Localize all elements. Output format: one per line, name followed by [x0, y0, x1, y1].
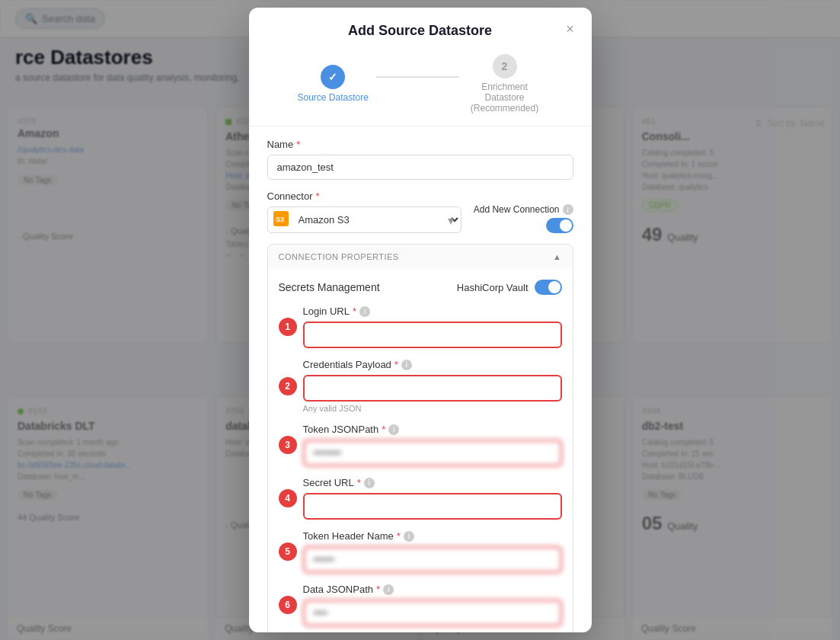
required-indicator: *	[397, 530, 401, 542]
add-new-info-icon[interactable]: i	[563, 204, 573, 215]
step-1: ✓ Source Datastore	[298, 65, 369, 103]
field-number-4: 4	[279, 489, 297, 507]
name-label: Name *	[267, 139, 573, 150]
field-1-content: Login URL * i	[303, 306, 562, 348]
field-credentials-payload: 2 Credentials Payload * i Any valid JSON	[279, 359, 562, 413]
step-connector	[376, 76, 459, 78]
modal-title: Add Source Datastore	[267, 23, 573, 39]
field-secret-url: 4 Secret URL * i	[279, 477, 562, 520]
credentials-hint: Any valid JSON	[303, 404, 562, 413]
modal-overlay: Add Source Datastore × ✓ Source Datastor…	[0, 0, 840, 640]
secret-url-label: Secret URL * i	[303, 477, 562, 488]
field-6-content: Data JSONPath * i	[303, 584, 562, 626]
field-4-content: Secret URL * i	[303, 477, 562, 520]
field-number-3: 3	[279, 436, 297, 454]
required-indicator: *	[357, 477, 361, 488]
step-2-label: Enrichment Datastore(Recommended)	[467, 82, 543, 114]
add-new-label: Add New Connection i	[474, 204, 573, 215]
add-new-connection-section: Add New Connection i	[474, 190, 573, 233]
required-indicator: *	[353, 306, 356, 317]
data-jsonpath-input[interactable]	[303, 600, 562, 626]
field-login-url: 1 Login URL * i	[279, 306, 562, 348]
credentials-info-icon[interactable]: i	[401, 360, 412, 370]
connector-section: Connector * Amazon S3 S3	[267, 190, 462, 233]
connection-properties-header[interactable]: Connection Properties ▲	[268, 245, 573, 269]
required-indicator: *	[394, 359, 398, 370]
required-indicator: *	[382, 424, 385, 435]
add-new-connection-toggle[interactable]	[546, 218, 573, 233]
field-token-jsonpath: 3 Token JSONPath * i	[279, 424, 562, 466]
connection-properties-label: Connection Properties	[279, 252, 399, 261]
field-token-header-name: 5 Token Header Name * i	[279, 530, 562, 573]
required-indicator: *	[296, 139, 300, 150]
token-jsonpath-info-icon[interactable]: i	[388, 424, 399, 435]
step-2-circle: 2	[493, 54, 517, 78]
connection-properties: Connection Properties ▲ Secrets Manageme…	[267, 244, 573, 632]
field-number-1: 1	[279, 318, 297, 336]
field-number-6: 6	[279, 596, 297, 614]
secrets-management-header: Secrets Management HashiCorp Vault	[279, 280, 562, 295]
secret-url-info-icon[interactable]: i	[364, 478, 375, 488]
credentials-payload-label: Credentials Payload * i	[303, 359, 562, 370]
secret-url-input[interactable]	[303, 493, 562, 520]
step-1-circle: ✓	[321, 65, 345, 89]
login-url-input[interactable]	[303, 322, 562, 348]
required-indicator: *	[315, 190, 319, 202]
collapse-icon: ▲	[553, 252, 561, 261]
data-jsonpath-label: Data JSONPath * i	[303, 584, 562, 595]
credentials-payload-input[interactable]	[303, 375, 562, 402]
modal-body: Name * Connector * Amazon S3	[249, 126, 592, 632]
token-jsonpath-label: Token JSONPath * i	[303, 424, 562, 435]
field-2-content: Credentials Payload * i Any valid JSON	[303, 359, 562, 413]
token-header-info-icon[interactable]: i	[404, 531, 414, 542]
token-header-name-input[interactable]	[303, 546, 562, 573]
name-field-group: Name *	[267, 139, 573, 180]
field-3-content: Token JSONPath * i	[303, 424, 562, 466]
close-button[interactable]: ×	[561, 20, 580, 38]
step-1-label: Source Datastore	[298, 92, 369, 103]
required-indicator: *	[376, 584, 380, 595]
modal-add-source-datastore: Add Source Datastore × ✓ Source Datastor…	[249, 8, 592, 632]
login-url-info-icon[interactable]: i	[359, 306, 370, 317]
modal-header: Add Source Datastore × ✓ Source Datastor…	[249, 8, 592, 126]
connector-row: Connector * Amazon S3 S3	[267, 190, 573, 233]
connector-label: Connector *	[267, 190, 462, 202]
field-number-5: 5	[279, 542, 297, 561]
token-jsonpath-input[interactable]	[303, 440, 562, 466]
connector-select-wrapper: Amazon S3 S3	[267, 206, 462, 233]
steps-indicator: ✓ Source Datastore 2 Enrichment Datastor…	[267, 54, 573, 114]
data-jsonpath-info-icon[interactable]: i	[383, 584, 394, 595]
secrets-management-title: Secrets Management	[279, 281, 380, 293]
hashicorp-vault-label: HashiCorp Vault	[457, 282, 529, 293]
hashicorp-vault-row: HashiCorp Vault	[457, 280, 562, 295]
connection-properties-body: Secrets Management HashiCorp Vault 1 Log…	[268, 269, 573, 632]
login-url-label: Login URL * i	[303, 306, 562, 317]
field-number-2: 2	[279, 377, 297, 395]
step-2: 2 Enrichment Datastore(Recommended)	[467, 54, 543, 114]
field-data-jsonpath: 6 Data JSONPath * i	[279, 584, 562, 626]
connector-select[interactable]: Amazon S3	[267, 206, 462, 233]
hashicorp-vault-toggle[interactable]	[535, 280, 562, 295]
field-5-content: Token Header Name * i	[303, 530, 562, 573]
token-header-name-label: Token Header Name * i	[303, 530, 562, 542]
name-input[interactable]	[267, 155, 573, 180]
